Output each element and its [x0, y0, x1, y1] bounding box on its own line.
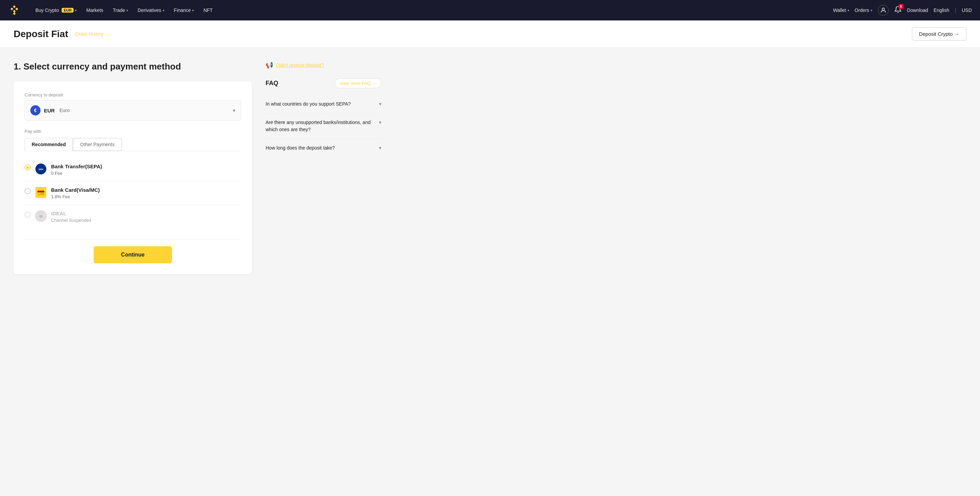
currency-selector-dropdown[interactable]: € EUR Euro ▾: [24, 100, 241, 121]
left-panel: 1. Select currency and payment method Cu…: [14, 61, 252, 486]
pay-with-label: Pay with: [24, 129, 241, 134]
wallet-menu[interactable]: Wallet ▾: [833, 8, 849, 13]
right-panel: 📢 Didn't receive deposit? FAQ View more …: [266, 61, 381, 486]
card-fee: 1.8% Fee: [51, 194, 241, 199]
payment-option-card[interactable]: Bank Card(Visa/MC) 1.8% Fee: [24, 182, 241, 205]
megaphone-icon: 📢: [266, 61, 273, 69]
card-radio-outer: [24, 188, 31, 194]
didnt-receive-section: 📢 Didn't receive deposit?: [266, 61, 381, 69]
page-header-left: Deposit Fiat Order History →: [14, 29, 109, 40]
faq-item-2[interactable]: Are there any unsupported banks/institut…: [266, 113, 381, 139]
ideal-info: iDEAL Channel Suspended: [51, 211, 241, 223]
card-name: Bank Card(Visa/MC): [51, 187, 241, 193]
faq-question-2: Are there any unsupported banks/institut…: [266, 119, 375, 133]
finance-chevron: ▾: [192, 8, 194, 12]
sepa-radio-outer: [24, 164, 31, 171]
nav-divider: |: [955, 7, 956, 14]
profile-icon[interactable]: [878, 5, 889, 16]
nav-trade[interactable]: Trade ▾: [109, 5, 132, 16]
sepa-info: Bank Transfer(SEPA) 0 Fee: [51, 164, 241, 176]
svg-text:SEPA: SEPA: [38, 168, 44, 170]
wallet-chevron: ▾: [848, 8, 849, 12]
sepa-fee: 0 Fee: [51, 171, 241, 176]
sepa-radio-inner: [26, 166, 29, 169]
sepa-icon: SEPA: [35, 164, 46, 174]
sepa-radio[interactable]: [24, 164, 31, 171]
step-title: 1. Select currency and payment method: [14, 61, 252, 72]
tab-other-payments[interactable]: Other Payments: [73, 138, 122, 151]
navbar-right: Wallet ▾ Orders ▾ 9 Download English |: [833, 5, 972, 16]
faq-1-chevron: ▾: [379, 101, 381, 107]
main-content: 1. Select currency and payment method Cu…: [0, 48, 980, 496]
continue-button[interactable]: Continue: [94, 246, 172, 263]
svg-text:iD: iD: [40, 215, 43, 218]
payment-option-sepa[interactable]: SEPA Bank Transfer(SEPA) 0 Fee: [24, 158, 241, 182]
currency-dropdown-arrow: ▾: [233, 108, 235, 113]
view-more-faq-button[interactable]: View more FAQ →: [335, 78, 381, 88]
ideal-radio-outer: [24, 212, 31, 218]
faq-question-1: In what countries do you support SEPA?: [266, 100, 375, 108]
faq-header: FAQ View more FAQ →: [266, 78, 381, 88]
form-card: Currency to deposit € EUR Euro ▾ Pay wit…: [14, 81, 252, 274]
nav-finance[interactable]: Finance ▾: [170, 5, 198, 16]
tab-recommended[interactable]: Recommended: [24, 138, 73, 151]
eur-badge: EUR: [62, 8, 73, 13]
notification-button[interactable]: 9: [894, 6, 902, 14]
faq-item-3[interactable]: How long does the deposit take? ▾: [266, 139, 381, 157]
derivatives-chevron: ▾: [163, 8, 164, 12]
svg-rect-9: [37, 190, 44, 195]
currency-selector[interactable]: USD: [962, 8, 972, 13]
sepa-name: Bank Transfer(SEPA): [51, 164, 241, 169]
svg-rect-11: [38, 193, 41, 194]
didnt-receive-link[interactable]: Didn't receive deposit?: [276, 62, 324, 68]
svg-rect-10: [37, 191, 44, 192]
navbar: Buy Crypto EUR ▾ Markets Trade ▾ Derivat…: [0, 0, 980, 21]
currency-label: Currency to deposit: [24, 93, 241, 97]
payment-methods-list: SEPA Bank Transfer(SEPA) 0 Fee: [24, 158, 241, 228]
faq-section: FAQ View more FAQ → In what countries do…: [266, 78, 381, 157]
ideal-name: iDEAL: [51, 211, 241, 216]
faq-question-3: How long does the deposit take?: [266, 144, 375, 152]
card-info: Bank Card(Visa/MC) 1.8% Fee: [51, 187, 241, 199]
currency-select-left: € EUR Euro: [30, 105, 70, 115]
nav-markets[interactable]: Markets: [82, 5, 107, 16]
continue-section: Continue: [24, 239, 241, 263]
nav-links: Buy Crypto EUR ▾ Markets Trade ▾ Derivat…: [31, 5, 825, 16]
notification-count: 9: [898, 4, 904, 9]
svg-marker-3: [15, 8, 18, 10]
page-header: Deposit Fiat Order History → Deposit Cry…: [0, 21, 980, 48]
language-selector[interactable]: English: [934, 8, 949, 13]
buy-crypto-chevron: ▾: [75, 8, 76, 12]
payment-tabs: Recommended Other Payments: [24, 138, 241, 151]
card-radio[interactable]: [24, 188, 31, 194]
svg-marker-5: [13, 12, 16, 15]
ideal-icon: iD: [35, 211, 46, 222]
currency-code: EUR: [44, 108, 55, 113]
card-icon: [35, 187, 46, 198]
svg-marker-1: [13, 5, 16, 8]
faq-3-chevron: ▾: [379, 145, 381, 151]
page-title: Deposit Fiat: [14, 29, 68, 40]
svg-point-6: [882, 8, 884, 10]
ideal-fee: Channel Suspended: [51, 218, 241, 223]
download-link[interactable]: Download: [907, 8, 928, 13]
order-history-button[interactable]: Order History →: [75, 31, 109, 37]
ideal-radio[interactable]: [24, 212, 31, 218]
eur-icon: €: [30, 105, 41, 115]
nav-derivatives[interactable]: Derivatives ▾: [134, 5, 168, 16]
brand-logo[interactable]: [8, 4, 21, 16]
orders-chevron: ▾: [871, 8, 872, 12]
currency-name: Euro: [60, 108, 70, 113]
orders-menu[interactable]: Orders ▾: [855, 8, 872, 13]
faq-2-chevron: ▾: [379, 120, 381, 125]
payment-option-ideal[interactable]: iD iDEAL Channel Suspended: [24, 205, 241, 228]
deposit-crypto-button[interactable]: Deposit Crypto →: [912, 27, 966, 40]
nav-buy-crypto[interactable]: Buy Crypto EUR ▾: [31, 5, 81, 16]
svg-marker-2: [11, 8, 13, 10]
trade-chevron: ▾: [126, 8, 128, 12]
faq-title: FAQ: [266, 80, 278, 87]
faq-item-1[interactable]: In what countries do you support SEPA? ▾: [266, 95, 381, 113]
nav-nft[interactable]: NFT: [199, 5, 216, 16]
